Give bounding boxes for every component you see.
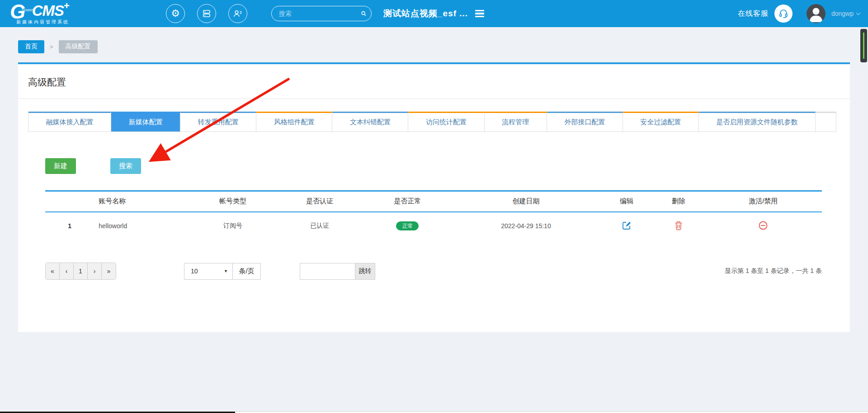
scroll-indicator [863, 33, 864, 59]
tab-workflow[interactable]: 流程管理 [485, 112, 547, 132]
col-created: 创建日期 [451, 191, 600, 212]
tab-visit-stats[interactable]: 访问统计配置 [408, 112, 484, 132]
row-index: 1 [45, 212, 94, 240]
breadcrumb: 首页 > 高级配置 [0, 27, 868, 54]
user-menu[interactable]: dongwp [831, 10, 860, 17]
modules-button[interactable] [197, 4, 216, 23]
col-delete: 删除 [652, 191, 704, 212]
disable-button[interactable] [757, 220, 769, 233]
search-button[interactable]: 搜索 [110, 158, 141, 174]
page-title: 高级配置 [18, 64, 850, 99]
logo-power-text: power [22, 8, 33, 12]
trash-icon [674, 221, 683, 230]
site-title-text: 测试站点视频_esf ... [383, 8, 468, 19]
pager-buttons: « ‹ 1 › » [45, 263, 116, 280]
page-size-select[interactable]: 10 ▼ [184, 263, 233, 280]
username-text: dongwp [831, 10, 854, 17]
person-icon [807, 4, 826, 23]
gear-icon: ⚙ [171, 9, 180, 19]
cell-edit [600, 212, 652, 240]
config-tabs: 融媒体接入配置 新媒体配置 转发重用配置 风格组件配置 文本纠错配置 访问统计配… [28, 112, 836, 132]
cell-created: 2022-04-29 15:10 [451, 212, 600, 240]
global-search [271, 6, 372, 21]
accounts-table: 账号名称 帐号类型 是否认证 是否正常 创建日期 编辑 删除 激活/禁用 1 h… [45, 190, 822, 240]
edit-button[interactable] [621, 220, 632, 233]
cell-delete [652, 212, 704, 240]
app-logo[interactable]: G power CMS + 新媒体内容管理系统 [10, 2, 70, 25]
next-page-button[interactable]: › [88, 263, 102, 279]
table-row: 1 helloworld 订阅号 已认证 正常 2022-04-29 15:10 [45, 212, 822, 240]
account-button[interactable] [228, 4, 247, 23]
first-page-button[interactable]: « [46, 263, 60, 279]
user-list-icon [233, 9, 243, 18]
toolbar: 新建 搜索 [45, 158, 850, 174]
col-activate: 激活/禁用 [705, 191, 822, 212]
tab-security-filter[interactable]: 安全过滤配置 [623, 112, 699, 132]
cell-account-name: helloworld [94, 212, 189, 240]
per-page-label: 条/页 [233, 263, 261, 280]
user-avatar[interactable] [807, 4, 826, 23]
status-badge: 正常 [396, 221, 419, 230]
tab-new-media[interactable]: 新媒体配置 [111, 112, 180, 132]
site-switcher[interactable]: 测试站点视频_esf ... [383, 0, 484, 27]
col-index [45, 191, 94, 212]
select-caret-icon: ▼ [224, 269, 228, 273]
breadcrumb-current: 高级配置 [59, 40, 98, 53]
title-divider [18, 99, 850, 99]
main-panel: 高级配置 融媒体接入配置 新媒体配置 转发重用配置 风格组件配置 文本纠错配置 … [18, 62, 850, 332]
last-page-button[interactable]: » [102, 263, 116, 279]
edit-icon [622, 221, 632, 230]
settings-button[interactable]: ⚙ [166, 4, 185, 23]
tabs-filler [816, 112, 836, 132]
page-size-value: 10 [191, 268, 198, 275]
scrollbar-thumb[interactable] [860, 29, 867, 62]
tab-text-correction[interactable]: 文本纠错配置 [332, 112, 408, 132]
delete-button[interactable] [673, 220, 684, 233]
col-status: 是否正常 [363, 191, 451, 212]
col-account-name: 账号名称 [94, 191, 189, 212]
col-verified: 是否认证 [276, 191, 363, 212]
server-icon [202, 9, 211, 18]
logo-plus-text: + [64, 1, 70, 11]
page-1-button[interactable]: 1 [74, 263, 88, 279]
breadcrumb-home[interactable]: 首页 [18, 40, 44, 53]
tab-resource-random-param[interactable]: 是否启用资源文件随机参数 [699, 112, 816, 132]
global-search-input[interactable] [279, 10, 361, 17]
online-support-button[interactable] [774, 5, 793, 23]
app-header: G power CMS + 新媒体内容管理系统 ⚙ [0, 0, 868, 27]
cell-account-type: 订阅号 [190, 212, 276, 240]
breadcrumb-separator: > [50, 43, 53, 50]
ban-circle-icon [758, 221, 768, 230]
records-summary: 显示第 1 条至 1 条记录，一共 1 条 [725, 267, 822, 280]
jump-group: 跳转 [300, 263, 375, 280]
accounts-table-wrap: 账号名称 帐号类型 是否认证 是否正常 创建日期 编辑 删除 激活/禁用 1 h… [45, 190, 822, 240]
cell-activate [705, 212, 822, 240]
headset-icon [778, 8, 789, 19]
new-button[interactable]: 新建 [45, 158, 76, 174]
online-support-label[interactable]: 在线客服 [738, 9, 769, 19]
tab-rongmeiti-access[interactable]: 融媒体接入配置 [28, 112, 111, 132]
cell-verified: 已认证 [276, 212, 363, 240]
tab-style-components[interactable]: 风格组件配置 [256, 112, 332, 132]
jump-button[interactable]: 跳转 [355, 263, 375, 280]
col-edit: 编辑 [600, 191, 652, 212]
cell-status: 正常 [363, 212, 451, 240]
page-size-group: 10 ▼ 条/页 [184, 263, 261, 280]
search-icon[interactable] [361, 9, 367, 18]
bottom-edge [0, 411, 868, 413]
col-account-type: 帐号类型 [190, 191, 276, 212]
tab-forward-reuse[interactable]: 转发重用配置 [180, 112, 256, 132]
chevron-down-icon [856, 10, 861, 15]
logo-subtitle: 新媒体内容管理系统 [16, 19, 70, 25]
table-header-row: 账号名称 帐号类型 是否认证 是否正常 创建日期 编辑 删除 激活/禁用 [45, 191, 822, 212]
jump-page-input[interactable] [300, 263, 355, 280]
prev-page-button[interactable]: ‹ [60, 263, 74, 279]
hamburger-menu-icon[interactable] [475, 10, 484, 18]
logo-cms-text: CMS [32, 3, 64, 18]
pagination-bar: « ‹ 1 › » 10 ▼ 条/页 跳转 显示第 1 条至 1 条记录，一共 … [45, 263, 822, 280]
tab-external-api[interactable]: 外部接口配置 [547, 112, 623, 132]
